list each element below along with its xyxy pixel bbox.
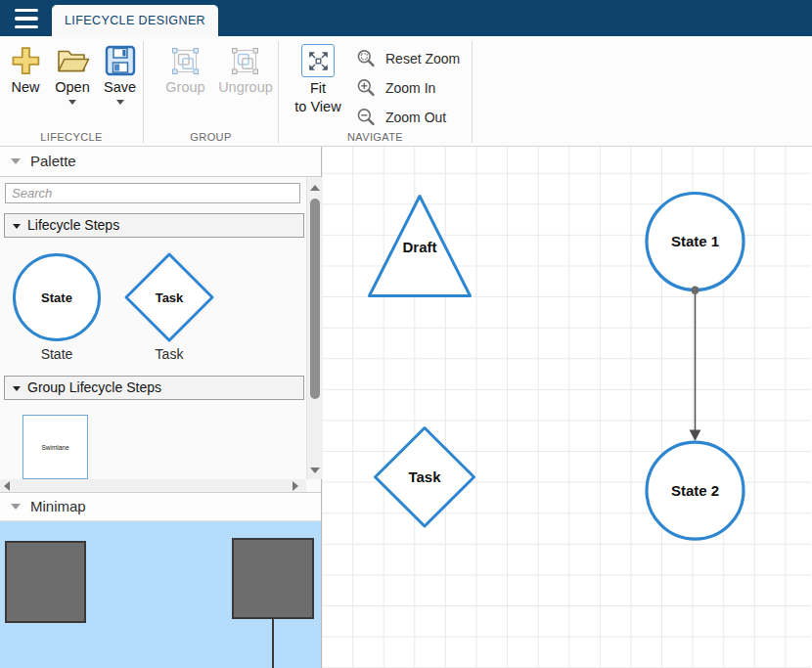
palette-body: Lifecycle Steps State State Task Task xyxy=(0,177,321,492)
palette-panel-header[interactable]: Palette xyxy=(0,147,321,177)
zoom-in-label: Zoom In xyxy=(385,80,435,96)
minimap-view[interactable] xyxy=(0,521,321,668)
scroll-left-arrow-icon[interactable] xyxy=(4,481,10,491)
open-folder-icon xyxy=(56,43,90,78)
toolbar-ribbon: New Open xyxy=(0,36,812,147)
fit-to-view-label: Fitto View xyxy=(294,79,340,116)
reset-zoom-icon xyxy=(356,49,376,68)
zoom-controls: Reset Zoom Zoom In xyxy=(356,44,460,132)
fit-to-view-icon xyxy=(301,44,335,77)
minimap-shape-block xyxy=(232,538,314,619)
save-dropdown-caret-icon[interactable] xyxy=(116,100,124,109)
diagram-canvas[interactable]: Draft State 1 Task xyxy=(322,147,811,668)
zoom-in-icon xyxy=(356,78,376,98)
collapse-caret-icon[interactable] xyxy=(11,158,21,169)
node-state2-circle[interactable]: State 2 xyxy=(647,442,744,539)
hamburger-bar xyxy=(15,9,38,12)
group-icon xyxy=(170,43,201,78)
minimap-edge-line xyxy=(272,619,274,668)
minimap-shape-block xyxy=(5,541,86,623)
section-caret-icon[interactable] xyxy=(13,386,21,395)
edge-state1-to-state2[interactable] xyxy=(690,287,701,442)
reset-zoom-label: Reset Zoom xyxy=(385,51,460,67)
section-header-lifecycle-steps[interactable]: Lifecycle Steps xyxy=(4,213,304,238)
task-diamond-shape: Task xyxy=(123,251,215,343)
group-button[interactable]: Group xyxy=(158,43,213,105)
scroll-right-arrow-icon[interactable] xyxy=(293,481,298,491)
section-caret-icon[interactable] xyxy=(13,224,21,233)
palette-horizontal-scrollbar[interactable] xyxy=(0,479,306,492)
node-state1-circle[interactable]: State 1 xyxy=(647,194,744,290)
toolbar-group-group: Group Un xyxy=(144,36,278,146)
minimap-title: Minimap xyxy=(30,498,86,514)
toolbar-separator xyxy=(472,41,473,143)
node-draft-triangle[interactable]: Draft xyxy=(370,197,471,296)
edge-source-dot xyxy=(691,287,699,294)
titlebar: LIFECYCLE DESIGNER xyxy=(0,0,812,36)
group-caption-lifecycle: LIFECYCLE xyxy=(0,131,143,143)
palette-item-label: Task xyxy=(156,346,184,362)
new-plus-icon xyxy=(10,43,42,78)
scroll-up-arrow-icon[interactable] xyxy=(310,185,320,191)
vertical-scroll-thumb[interactable] xyxy=(310,199,320,399)
tab-lifecycle-designer[interactable]: LIFECYCLE DESIGNER xyxy=(52,5,218,36)
svg-text:Draft: Draft xyxy=(402,239,436,255)
palette-title: Palette xyxy=(30,153,76,169)
group-button-label: Group xyxy=(165,79,204,95)
zoom-in-button[interactable]: Zoom In xyxy=(356,73,460,103)
state-circle-shape: State xyxy=(11,251,103,343)
zoom-out-icon xyxy=(356,108,376,127)
ungroup-icon xyxy=(230,43,260,78)
open-dropdown-caret-icon[interactable] xyxy=(68,100,76,109)
ungroup-button-label: Ungroup xyxy=(218,79,273,95)
hamburger-bar xyxy=(15,17,38,20)
sidebar: Palette Lifecycle Steps State State xyxy=(0,147,322,668)
section-label: Lifecycle Steps xyxy=(27,217,119,233)
ungroup-button[interactable]: Ungroup xyxy=(213,43,278,105)
svg-text:State 1: State 1 xyxy=(671,233,719,249)
open-button[interactable]: Open xyxy=(48,43,97,109)
save-floppy-icon xyxy=(105,43,136,78)
tab-label: LIFECYCLE DESIGNER xyxy=(65,14,205,27)
open-button-label: Open xyxy=(55,79,89,95)
hamburger-menu-button[interactable] xyxy=(15,9,44,28)
new-button[interactable]: New xyxy=(3,43,48,109)
toolbar-group-lifecycle: New Open xyxy=(0,36,143,146)
minimap-panel-header[interactable]: Minimap xyxy=(0,492,321,521)
palette-item-task[interactable]: Task Task xyxy=(123,251,215,362)
collapse-caret-icon[interactable] xyxy=(11,504,21,514)
group-caption-navigate: NAVIGATE xyxy=(279,131,472,143)
svg-text:Task: Task xyxy=(408,468,441,485)
zoom-out-button[interactable]: Zoom Out xyxy=(356,103,460,132)
palette-item-label: State xyxy=(41,346,73,362)
fit-to-view-button[interactable]: Fitto View xyxy=(293,44,342,132)
new-button-label: New xyxy=(11,79,39,95)
save-button[interactable]: Save xyxy=(97,43,143,109)
zoom-out-label: Zoom Out xyxy=(385,110,446,125)
palette-item-swimlane[interactable]: Swimlane xyxy=(23,415,88,479)
svg-text:Task: Task xyxy=(156,290,184,305)
toolbar-group-navigate: Fitto View Reset Zoom xyxy=(279,36,472,146)
hamburger-bar xyxy=(15,25,38,28)
edge-arrowhead-icon xyxy=(690,430,701,442)
svg-text:State 2: State 2 xyxy=(671,482,719,499)
section-header-group-lifecycle-steps[interactable]: Group Lifecycle Steps xyxy=(4,376,304,400)
swimlane-label: Swimlane xyxy=(41,444,68,451)
palette-vertical-scrollbar[interactable] xyxy=(306,177,322,479)
node-task-diamond[interactable]: Task xyxy=(376,428,474,527)
palette-item-state[interactable]: State State xyxy=(11,251,103,362)
lifecycle-designer-app: LIFECYCLE DESIGNER New xyxy=(0,0,812,668)
section-label: Group Lifecycle Steps xyxy=(27,379,161,395)
save-button-label: Save xyxy=(104,79,136,95)
group-caption-group: GROUP xyxy=(144,131,278,143)
scroll-down-arrow-icon[interactable] xyxy=(310,468,320,473)
svg-text:State: State xyxy=(41,290,72,305)
palette-search-input[interactable] xyxy=(5,183,300,203)
reset-zoom-button[interactable]: Reset Zoom xyxy=(356,44,460,73)
